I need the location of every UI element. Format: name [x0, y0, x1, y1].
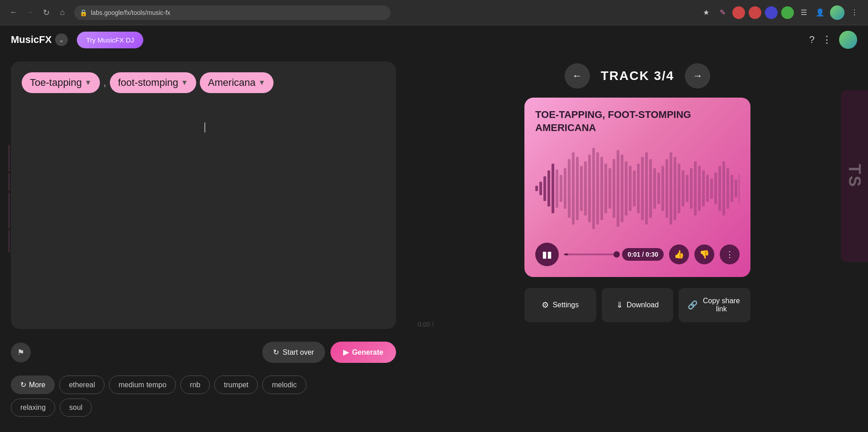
address-bar[interactable]: 🔒 labs.google/fx/tools/music-fx	[74, 5, 391, 20]
home-button[interactable]: ⌂	[56, 6, 69, 19]
more-refresh-icon: ↻	[20, 380, 26, 389]
track-nav: ← TRACK 3/4 →	[565, 63, 711, 89]
tag-separator-1: ,	[104, 77, 106, 89]
extension-icon-3[interactable]	[765, 6, 778, 19]
suggestion-medium-tempo[interactable]: medium tempo	[109, 376, 176, 394]
generate-label: Generate	[352, 348, 383, 357]
waveform-bar-46	[722, 161, 725, 216]
dislike-button[interactable]: 👎	[694, 244, 714, 264]
waveform-bar-18	[609, 168, 611, 209]
pause-button[interactable]: ▮▮	[535, 243, 559, 266]
more-suggestions-button[interactable]: ↻ More	[11, 376, 55, 394]
waveform-bar-50	[739, 174, 740, 203]
waveform-bar-17	[604, 164, 607, 213]
player-more-button[interactable]: ⋮	[720, 244, 740, 264]
suggestions-row-1: ↻ More ethereal medium tempo rnb trumpet…	[11, 376, 396, 394]
back-button[interactable]: ←	[7, 6, 20, 19]
prev-track-button[interactable]: ←	[565, 63, 590, 89]
waveform-bar-25	[637, 164, 640, 213]
extension-icon-4[interactable]	[781, 6, 794, 19]
timer-left: 0:00 /	[418, 321, 434, 328]
settings-label: Settings	[552, 301, 579, 309]
download-button[interactable]: ⇓ Download	[602, 288, 674, 322]
next-track-button[interactable]: →	[685, 63, 710, 89]
player-card: TOE-TAPPING, FOOT-STOMPING AMERICANA ▮▮ …	[524, 98, 750, 277]
suggestion-rnb[interactable]: rnb	[180, 376, 210, 394]
waveform-bar-32	[665, 159, 668, 218]
suggestion-ethereal[interactable]: ethereal	[59, 376, 104, 394]
tag-foot-stomping-arrow: ▼	[181, 79, 188, 87]
tag-foot-stomping[interactable]: foot-stomping ▼	[110, 72, 196, 93]
side-hint-right: TS	[841, 90, 868, 262]
waveform-bar-4	[552, 164, 554, 213]
start-over-button[interactable]: ↻ Start over	[262, 342, 325, 363]
tag-americana-arrow: ▼	[258, 79, 265, 87]
profile-avatar[interactable]	[830, 5, 844, 20]
bottom-actions: ⚙ Settings ⇓ Download 🔗 Copy share link	[524, 288, 750, 322]
suggestions-area: ↻ More ethereal medium tempo rnb trumpet…	[0, 368, 407, 432]
waveform-bar-15	[596, 152, 599, 225]
progress-fill	[564, 254, 568, 255]
prompt-editor[interactable]: Toe-tapping ▼ , foot-stomping ▼ American…	[11, 61, 396, 329]
progress-track[interactable]	[564, 254, 617, 255]
user-avatar[interactable]	[839, 31, 857, 49]
waveform-bar-42	[706, 175, 709, 202]
tag-toe-tapping[interactable]: Toe-tapping ▼	[22, 72, 100, 93]
top-bar-right: ? ⋮	[809, 31, 857, 49]
app-container: MusicFX ⌄ Try MusicFX DJ ? ⋮ USE T	[0, 25, 868, 432]
like-button[interactable]: 👍	[669, 244, 689, 264]
tag-americana[interactable]: Americana ▼	[200, 72, 274, 93]
waveform-bar-34	[674, 157, 676, 220]
suggestion-soul[interactable]: soul	[60, 399, 92, 417]
more-vert-icon[interactable]: ⋮	[822, 34, 832, 46]
waveform-bar-49	[735, 179, 737, 197]
help-icon[interactable]: ?	[809, 34, 815, 46]
waveform-bar-33	[670, 152, 672, 225]
extension-icon-2[interactable]	[749, 6, 761, 19]
track-label: TRACK 3/4	[601, 69, 675, 83]
waveform-bar-39	[694, 161, 697, 216]
try-dj-button[interactable]: Try MusicFX DJ	[77, 32, 143, 48]
progress-dot	[613, 251, 620, 258]
forward-button[interactable]: →	[24, 6, 36, 19]
app-title: MusicFX	[11, 34, 52, 46]
waveform-bar-14	[592, 148, 595, 229]
extension-icon-1[interactable]	[732, 6, 745, 19]
copy-share-label: Copy share link	[701, 297, 741, 313]
suggestions-row-2: relaxing soul	[11, 399, 396, 417]
profile-icon[interactable]: 👤	[814, 6, 826, 19]
start-over-icon: ↻	[273, 348, 279, 357]
suggestion-melodic[interactable]: melodic	[262, 376, 306, 394]
tags-area: Toe-tapping ▼ , foot-stomping ▼ American…	[22, 72, 385, 93]
extensions-icon[interactable]: ☰	[797, 6, 810, 19]
download-icon: ⇓	[616, 300, 623, 310]
waveform-bar-23	[629, 166, 632, 211]
waveform-bar-0	[535, 186, 538, 191]
generate-button[interactable]: ▶ Generate	[330, 342, 396, 363]
chrome-menu-icon[interactable]: ⋮	[848, 6, 861, 19]
settings-button[interactable]: ⚙ Settings	[524, 288, 596, 322]
copy-share-button[interactable]: 🔗 Copy share link	[679, 288, 750, 322]
edit-icon[interactable]: ✎	[716, 6, 729, 19]
tag-toe-tapping-label: Toe-tapping	[30, 77, 82, 89]
logo-dropdown[interactable]: ⌄	[55, 33, 68, 46]
bookmark-icon[interactable]: ★	[700, 6, 712, 19]
tag-foot-stomping-label: foot-stomping	[118, 77, 178, 89]
waveform-bar-30	[657, 173, 660, 204]
reload-button[interactable]: ↻	[40, 6, 52, 19]
suggestion-relaxing[interactable]: relaxing	[11, 399, 55, 417]
flag-button[interactable]: ⚑	[11, 343, 31, 362]
progress-container[interactable]	[564, 254, 617, 255]
waveform-bar-28	[649, 159, 652, 218]
waveform-bar-12	[584, 161, 587, 216]
generate-icon: ▶	[343, 348, 349, 357]
waveform-bar-8	[568, 159, 571, 218]
share-icon: 🔗	[688, 300, 698, 310]
left-panel: Toe-tapping ▼ , foot-stomping ▼ American…	[0, 54, 407, 432]
waveform-bar-48	[731, 175, 733, 202]
waveform-bar-43	[710, 178, 713, 199]
editor-toolbar: ⚑ ↻ Start over ▶ Generate	[0, 336, 407, 368]
suggestion-trumpet[interactable]: trumpet	[214, 376, 258, 394]
waveform-bar-29	[653, 168, 656, 209]
url-text: labs.google/fx/tools/music-fx	[91, 9, 170, 16]
